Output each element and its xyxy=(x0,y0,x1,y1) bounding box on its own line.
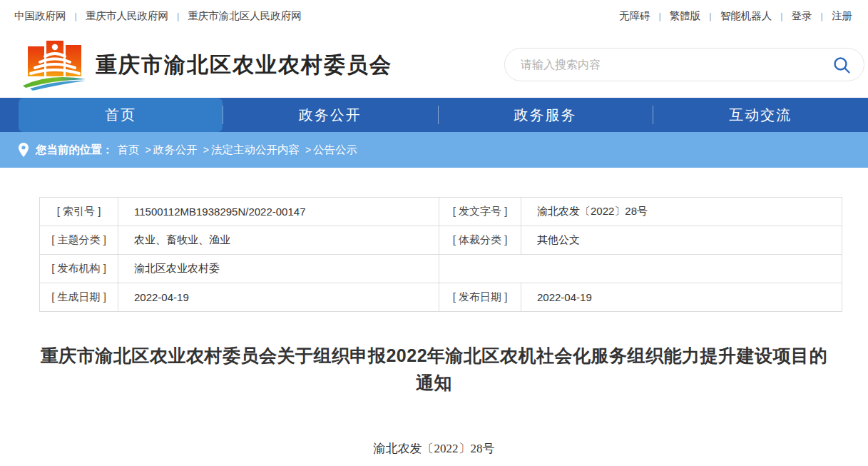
meta-value-issuing-agency: 渝北区农业农村委 xyxy=(118,255,439,283)
meta-label-genre-category: [ 体裁分类 ] xyxy=(439,226,521,255)
user-links: 无障碍 | 繁體版 | 智能机器人 | 登录 | 注册 xyxy=(619,9,852,23)
meta-empty-cell xyxy=(439,255,842,283)
breadcrumb-gov-disclosure[interactable]: 政务公开 xyxy=(153,143,198,158)
breadcrumb-separator: > xyxy=(145,144,151,156)
nav-tab-home[interactable]: 首页 xyxy=(19,98,223,132)
search-icon[interactable] xyxy=(832,56,851,74)
link-chongqing-gov[interactable]: 重庆市人民政府网 xyxy=(86,9,168,23)
table-row: [ 发布机构 ] 渝北区农业农村委 xyxy=(40,255,842,283)
location-pin-icon xyxy=(19,143,29,157)
site-title: 重庆市渝北区农业农村委员会 xyxy=(96,51,392,80)
meta-label-publish-date: [ 发布日期 ] xyxy=(439,283,521,312)
nav-tab-gov-services[interactable]: 政务服务 xyxy=(438,98,653,132)
document-meta-table: [ 索引号 ] 11500112MB1938295N/2022-00147 [ … xyxy=(39,197,842,312)
link-traditional-chinese[interactable]: 繁體版 xyxy=(670,9,701,23)
document-title: 重庆市渝北区农业农村委员会关于组织申报2022年渝北区农机社会化服务组织能力提升… xyxy=(33,342,836,396)
divider: | xyxy=(709,11,711,21)
table-row: [ 生成日期 ] 2022-04-19 [ 发布日期 ] 2022-04-19 xyxy=(40,283,842,312)
breadcrumb-prefix: 您当前的位置： xyxy=(36,143,113,158)
meta-label-creation-date: [ 生成日期 ] xyxy=(40,283,118,312)
breadcrumb-home[interactable]: 首页 xyxy=(118,143,140,158)
meta-value-doc-symbol: 渝北农发〔2022〕28号 xyxy=(521,198,842,226)
link-register[interactable]: 注册 xyxy=(832,9,852,23)
link-accessibility[interactable]: 无障碍 xyxy=(619,9,650,23)
divider: | xyxy=(75,11,77,21)
divider: | xyxy=(177,11,179,21)
link-login[interactable]: 登录 xyxy=(792,9,812,23)
breadcrumb-separator: > xyxy=(305,144,311,156)
nav-tab-interaction[interactable]: 互动交流 xyxy=(653,98,868,132)
link-yubei-gov[interactable]: 重庆市渝北区人民政府网 xyxy=(188,9,302,23)
meta-value-genre-category: 其他公文 xyxy=(521,226,842,255)
meta-label-index-no: [ 索引号 ] xyxy=(40,198,118,226)
meta-value-index-no: 11500112MB1938295N/2022-00147 xyxy=(118,198,439,226)
breadcrumb-announcements[interactable]: 公告公示 xyxy=(313,143,357,158)
breadcrumb-statutory-disclosure[interactable]: 法定主动公开内容 xyxy=(211,143,300,158)
table-row: [ 主题分类 ] 农业、畜牧业、渔业 [ 体裁分类 ] 其他公文 xyxy=(40,226,842,255)
link-china-gov[interactable]: 中国政府网 xyxy=(14,9,66,23)
meta-value-topic-category: 农业、畜牧业、渔业 xyxy=(118,226,439,255)
table-row: [ 索引号 ] 11500112MB1938295N/2022-00147 [ … xyxy=(40,198,842,226)
divider: | xyxy=(821,11,823,21)
document-number: 渝北农发〔2022〕28号 xyxy=(0,440,868,457)
site-header: 重庆市渝北区农业农村委员会 xyxy=(0,32,868,98)
link-chatbot[interactable]: 智能机器人 xyxy=(720,9,772,23)
divider: | xyxy=(658,11,660,21)
meta-value-creation-date: 2022-04-19 xyxy=(118,283,439,312)
meta-value-publish-date: 2022-04-19 xyxy=(521,283,842,312)
gov-links: 中国政府网 | 重庆市人民政府网 | 重庆市渝北区人民政府网 xyxy=(14,9,302,23)
meta-label-doc-symbol: [ 发文字号 ] xyxy=(439,198,521,226)
meta-label-issuing-agency: [ 发布机构 ] xyxy=(40,255,118,283)
search-input[interactable] xyxy=(521,59,832,71)
top-utility-bar: 中国政府网 | 重庆市人民政府网 | 重庆市渝北区人民政府网 无障碍 | 繁體版… xyxy=(0,0,868,32)
site-logo-icon[interactable] xyxy=(21,37,87,93)
main-nav: 首页 政务公开 政务服务 互动交流 xyxy=(0,98,868,132)
nav-tab-gov-disclosure[interactable]: 政务公开 xyxy=(223,98,438,132)
divider: | xyxy=(780,11,782,21)
search-box xyxy=(504,48,864,81)
breadcrumb-separator: > xyxy=(203,144,209,156)
meta-label-topic-category: [ 主题分类 ] xyxy=(40,226,118,255)
breadcrumb: 您当前的位置： 首页 > 政务公开 > 法定主动公开内容 > 公告公示 xyxy=(0,132,868,168)
